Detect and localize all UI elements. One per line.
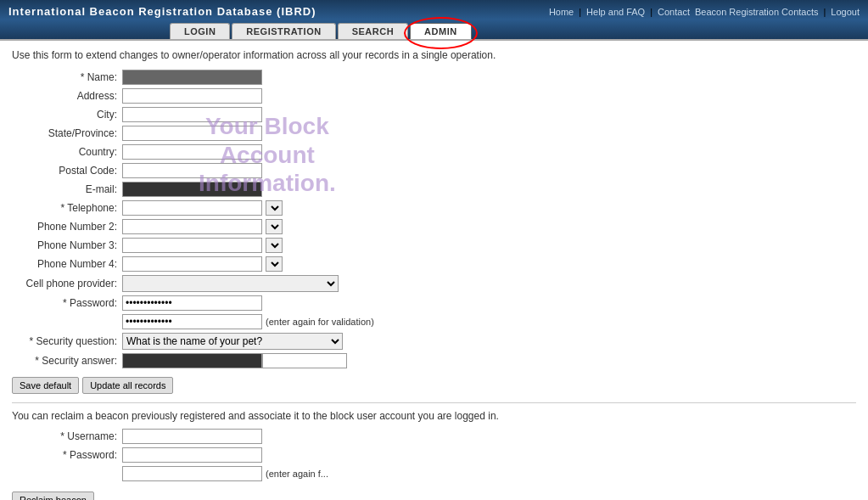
postal-row: Postal Code: (12, 163, 856, 178)
reclaim-enter-again-label: (enter again f... (266, 469, 328, 479)
reclaim-intro-text: You can reclaim a beacon previously regi… (12, 410, 856, 422)
password-enter-again-label: (enter again for validation) (266, 317, 374, 327)
telephone-type-select[interactable]: ▼ (266, 200, 283, 216)
reclaim-username-row: * Username: (12, 429, 856, 444)
password-input[interactable] (122, 295, 262, 311)
save-default-button[interactable]: Save default (12, 377, 79, 394)
section-divider (12, 402, 856, 403)
telephone-row: * Telephone: ▼ (12, 200, 856, 216)
header-top: International Beacon Registration Databa… (0, 3, 868, 20)
city-label: City: (12, 109, 122, 121)
security-question-select[interactable]: What is the name of your pet? (122, 333, 343, 350)
home-link[interactable]: Home (549, 7, 574, 17)
reclaim-password-input[interactable] (122, 447, 262, 463)
security-answer-row: * Security answer: (12, 353, 856, 368)
password-confirm-input[interactable] (122, 314, 262, 329)
security-question-row: * Security question: What is the name of… (12, 333, 856, 350)
name-row: * Name: (12, 70, 856, 85)
cell-label: Cell phone provider: (12, 278, 122, 289)
phone2-input[interactable] (122, 219, 262, 234)
reclaim-password-confirm-row: (enter again f... (12, 466, 856, 481)
cell-row: Cell phone provider: (12, 275, 856, 292)
phone3-row: Phone Number 3: ▼ (12, 238, 856, 253)
reclaim-password-confirm-input[interactable] (122, 466, 262, 481)
postal-label: Postal Code: (12, 165, 122, 177)
address-label: Address: (12, 90, 122, 102)
reclaim-btn-container: Reclaim beacon (12, 492, 94, 500)
phone3-phone-row: ▼ (122, 238, 283, 253)
app-wrapper: International Beacon Registration Databa… (0, 0, 868, 500)
state-label: State/Province: (12, 127, 122, 139)
logout-link[interactable]: Logout (831, 7, 860, 17)
country-row: Country: (12, 144, 856, 160)
site-title: International Beacon Registration Databa… (8, 5, 316, 18)
phone4-label: Phone Number 4: (12, 258, 122, 270)
phone2-type-select[interactable]: ▼ (266, 219, 283, 234)
address-input[interactable] (122, 88, 262, 104)
main-content: Use this form to extend changes to owner… (0, 39, 868, 500)
security-answer-label: * Security answer: (12, 355, 122, 367)
tab-login[interactable]: Login (170, 23, 230, 39)
city-input[interactable] (122, 107, 262, 122)
reclaim-beacon-button[interactable]: Reclaim beacon (12, 492, 94, 500)
telephone-phone-row: ▼ (122, 200, 283, 216)
password-confirm-row: (enter again for validation) (12, 314, 856, 329)
intro-text: Use this form to extend changes to owner… (12, 49, 856, 61)
phone4-phone-row: ▼ (122, 256, 283, 272)
email-label: E-mail: (12, 183, 122, 195)
phone4-type-select[interactable]: ▼ (266, 256, 283, 272)
phone4-input[interactable] (122, 256, 262, 272)
reclaim-section: You can reclaim a beacon previously regi… (12, 410, 856, 500)
password-label: * Password: (12, 297, 122, 309)
telephone-input[interactable] (122, 200, 262, 216)
phone3-type-select[interactable]: ▼ (266, 238, 283, 253)
address-row: Address: (12, 88, 856, 104)
beacon-contacts-link[interactable]: Beacon Registration Contacts (695, 7, 819, 17)
nav-tabs: Login Registration Search Admin (0, 23, 868, 39)
phone4-row: Phone Number 4: ▼ (12, 256, 856, 272)
phone3-label: Phone Number 3: (12, 239, 122, 251)
tab-search[interactable]: Search (338, 23, 408, 39)
reclaim-username-input[interactable] (122, 429, 262, 444)
security-question-label: * Security question: (12, 335, 122, 347)
telephone-label: * Telephone: (12, 202, 122, 214)
state-input[interactable] (122, 126, 262, 141)
phone2-phone-row: ▼ (122, 219, 283, 234)
postal-input[interactable] (122, 163, 262, 178)
phone2-label: Phone Number 2: (12, 221, 122, 233)
city-row: City: (12, 107, 856, 122)
reclaim-username-label: * Username: (12, 430, 122, 442)
update-all-button[interactable]: Update all records (82, 377, 173, 394)
reclaim-password-row: * Password: (12, 447, 856, 463)
contact-link[interactable]: Contact (658, 7, 690, 17)
header: International Beacon Registration Databa… (0, 0, 868, 39)
security-answer-input[interactable] (122, 353, 262, 368)
help-link[interactable]: Help and FAQ (586, 7, 645, 17)
password-row: * Password: (12, 295, 856, 311)
cell-provider-select[interactable] (122, 275, 339, 292)
state-row: State/Province: (12, 126, 856, 141)
name-label: * Name: (12, 71, 122, 83)
phone3-input[interactable] (122, 238, 262, 253)
tab-admin[interactable]: Admin (410, 23, 472, 39)
reclaim-password-label: * Password: (12, 449, 122, 461)
email-row: E-mail: (12, 182, 856, 197)
country-input[interactable] (122, 144, 262, 160)
header-nav: Home | Help and FAQ | Contact Beacon Reg… (549, 7, 860, 17)
country-label: Country: (12, 146, 122, 158)
tab-registration[interactable]: Registration (232, 23, 335, 39)
security-answer-confirm-input[interactable] (262, 353, 347, 368)
phone2-row: Phone Number 2: ▼ (12, 219, 856, 234)
owner-form: Your BlockAccountInformation. * Name: Ad… (12, 70, 856, 394)
name-input[interactable] (122, 70, 262, 85)
form-buttons: Save default Update all records (12, 377, 856, 394)
email-input[interactable] (122, 182, 262, 197)
